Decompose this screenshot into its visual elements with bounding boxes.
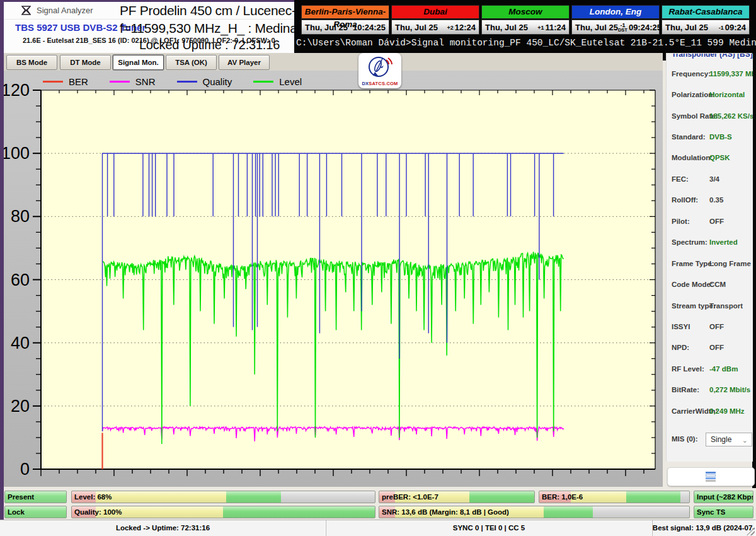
lock-indicator: Lock	[4, 506, 67, 518]
clock-date: Thu, Jul 25	[482, 23, 528, 32]
input-rate-indicator: Input (~282 Kbps)	[694, 491, 753, 503]
clock-london: London, Eng Thu, Jul 25 -1DST 09:24:25	[571, 5, 660, 35]
preber-progressbar: preBER: <1.0E-7	[379, 491, 535, 503]
level-line-swatch	[253, 81, 273, 83]
signal-monitor-chart: 020406080100120 BER SNR Quality Level	[4, 71, 663, 487]
param-row-carrier-width: CarrierWidth:0,249 MHz	[672, 407, 750, 420]
snr-progressbar: SNR: 13,6 dB (Margin: 8,1 dB | Good)	[379, 506, 690, 518]
console-command-line: C:\Users\Roman Dávid>Signal monitoring_P…	[296, 38, 755, 48]
quality-progressbar: Quality: 100%	[71, 506, 375, 518]
clock-city-label: Dubai	[391, 5, 479, 19]
mode-tab-bar: BS Mode DT Mode Signal Mon. TSA (OK) AV …	[4, 53, 663, 71]
svg-text:40: 40	[11, 334, 30, 352]
status-sync-tei-cc: SYNC 0 | TEI 0 | CC 5	[326, 520, 653, 536]
signal-analyzer-window: Signal Analyzer TBS 5927 USB DVB-S2 Tune…	[0, 0, 756, 536]
stream-buffer-icon	[706, 472, 716, 481]
tab-signal-mon[interactable]: Signal Mon.	[113, 55, 164, 70]
param-row-rf-level: RF Level:-47 dBm	[672, 365, 750, 378]
osd-frequency-service: f=11599,530 MHz_H_ : Medina FM	[120, 21, 299, 36]
clock-time: 09:24	[725, 23, 749, 32]
clock-city-label: Berlin-Paris-Vienna-Roma	[301, 5, 389, 19]
svg-text:60: 60	[11, 271, 30, 289]
satellite-dish-icon	[367, 55, 392, 79]
clock-utc-offset: -1	[719, 24, 724, 30]
present-indicator: Present	[4, 491, 67, 503]
world-clock-panel: Berlin-Paris-Vienna-Roma Thu, Jul 25 10:…	[294, 0, 756, 53]
tab-tsa[interactable]: TSA (OK)	[166, 55, 217, 70]
param-row-polarization: Polarization:Horizontal	[672, 91, 750, 103]
osd-locked-uptime: Locked Uptime : 72:31:16	[120, 38, 299, 52]
param-row-symbol-rate: Symbol Rate:185,262 KS/s	[672, 112, 750, 125]
clock-rabat: Rabat-Casablanca Thu, Jul 25 -1 09:24	[662, 5, 750, 35]
param-row-modulation: Modulation:QPSK	[672, 154, 750, 166]
window-frame-left	[0, 0, 4, 520]
level-progressbar: Level: 68%	[71, 491, 375, 503]
mis-select[interactable]: Single⌄	[706, 433, 752, 446]
legend-item-ber: BER	[43, 76, 88, 87]
svg-text:100: 100	[4, 144, 30, 163]
window-title: Signal Analyzer	[37, 6, 93, 15]
tab-dt-mode[interactable]: DT Mode	[60, 55, 111, 70]
param-row-stream-type: Stream type:Transport	[672, 302, 750, 315]
param-row-issyi: ISSYIOFF	[672, 323, 750, 335]
param-row-npd: NPD:OFF	[672, 344, 750, 356]
clock-berlin: Berlin-Paris-Vienna-Roma Thu, Jul 25 10:…	[301, 5, 389, 35]
tab-bs-mode[interactable]: BS Mode	[6, 55, 57, 70]
logo-text: DXSATCS.COM	[358, 81, 401, 86]
quality-line-swatch	[177, 81, 197, 83]
param-row-mis: MIS (0): Single⌄	[672, 435, 750, 450]
param-row-frequency: Frequency:11599,337 MHz	[672, 70, 750, 83]
svg-text:120: 120	[4, 81, 30, 100]
snr-line-swatch	[110, 81, 130, 83]
clock-time: 12:24	[455, 23, 479, 32]
tab-av-player[interactable]: AV Player	[219, 55, 270, 70]
ts-buffer-button[interactable]	[667, 467, 755, 486]
chart-legend: BER SNR Quality Level	[43, 74, 323, 88]
legend-item-snr: SNR	[110, 76, 156, 87]
transponder-info-panel: Transponder (AS) [BS] Frequency:11599,33…	[666, 54, 753, 462]
clock-city-label: Moscow	[481, 5, 570, 19]
ber-progressbar: BER: 1,0E-6	[539, 491, 690, 503]
param-row-rolloff: RollOff:0.35	[672, 196, 750, 209]
clock-city-label: London, Eng	[571, 5, 660, 19]
legend-item-quality: Quality	[177, 76, 232, 87]
clock-dubai: Dubai Thu, Jul 25 +2 12:24	[391, 5, 479, 35]
legend-item-level: Level	[253, 76, 302, 87]
transponder-header-clipped: Transponder (AS) [BS]	[672, 54, 753, 59]
param-row-fec: FEC:3/4	[672, 175, 750, 188]
svg-text:80: 80	[11, 207, 30, 226]
svg-text:20: 20	[11, 397, 30, 416]
status-bar: Locked -> Uptime: 72:31:16 SYNC 0 | TEI …	[0, 520, 756, 536]
app-logo-icon	[21, 6, 31, 18]
sync-ts-indicator: Sync TS	[694, 506, 753, 518]
param-row-code-mode: Code Mode:CCM	[672, 281, 750, 293]
osd-overlay-text: PF Prodelin 450 cm / Lucenec-Slovakia f=…	[120, 3, 299, 52]
clock-utc-offset: +2	[447, 24, 453, 30]
chart-plot: 020406080100120	[4, 71, 663, 487]
param-row-pilot: Pilot:OFF	[672, 218, 750, 230]
status-locked-uptime: Locked -> Uptime: 72:31:16	[0, 520, 326, 536]
param-row-standard: Standard:DVB-S	[672, 133, 750, 146]
clock-date: Thu, Jul 25	[572, 23, 618, 32]
chevron-down-icon: ⌄	[742, 434, 748, 446]
clock-date: Thu, Jul 25	[662, 23, 708, 32]
svg-text:0: 0	[20, 460, 30, 479]
param-row-spectrum: Spectrum:Inverted	[672, 238, 750, 251]
param-row-frame-type: Frame Type:Long Frame	[672, 260, 750, 272]
clock-moscow: Moscow Thu, Jul 25 +1 11:24	[481, 5, 570, 35]
clock-date: Thu, Jul 25	[302, 23, 348, 32]
clock-city-label: Rabat-Casablanca	[662, 5, 750, 19]
clock-time: 10:24:25	[353, 23, 389, 32]
clock-time: 09:24:25	[629, 23, 665, 32]
param-row-bitrate: BitRate:0,272 Mbit/s	[672, 386, 750, 399]
clock-utc-offset: -1DST	[618, 21, 627, 33]
ber-line-swatch	[43, 81, 63, 83]
dxsatcs-logo: DXSATCS.COM	[358, 53, 401, 88]
clock-time: 11:24	[545, 23, 569, 32]
clock-utc-offset: +1	[537, 24, 544, 30]
status-best-signal: Best signal: 13,9 dB (2024-07-25 07:05)	[652, 520, 755, 536]
osd-antenna-location: PF Prodelin 450 cm / Lucenec-Slovakia	[120, 3, 299, 18]
clock-date: Thu, Jul 25	[392, 23, 438, 32]
